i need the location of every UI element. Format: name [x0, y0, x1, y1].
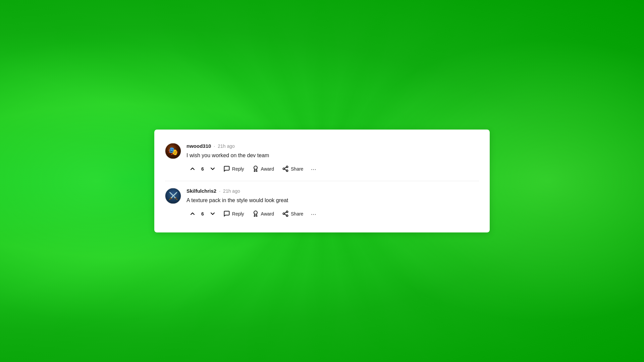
upvote-icon	[189, 210, 196, 217]
comment-text: I wish you worked on the dev team	[186, 152, 479, 160]
comment-body: Skilfulchris2 · 21h ago A texture pack i…	[186, 188, 479, 219]
reply-button[interactable]: Reply	[220, 208, 248, 219]
comments-card: nwood310 · 21h ago I wish you worked on …	[154, 130, 490, 233]
comment-actions: 6 Reply	[186, 164, 479, 174]
comment-body: nwood310 · 21h ago I wish you worked on …	[186, 143, 479, 174]
downvote-button[interactable]	[207, 208, 219, 219]
upvote-button[interactable]	[186, 164, 199, 174]
share-button[interactable]: Share	[279, 208, 307, 219]
comment-item: nwood310 · 21h ago I wish you worked on …	[165, 139, 479, 178]
more-label: ···	[311, 210, 316, 217]
award-button[interactable]: Award	[249, 164, 277, 174]
svg-line-4	[284, 169, 286, 170]
share-icon	[282, 166, 289, 172]
comment-header: Skilfulchris2 · 21h ago	[186, 188, 479, 194]
svg-line-11	[284, 212, 286, 213]
reply-icon	[223, 210, 230, 217]
comment-header: nwood310 · 21h ago	[186, 143, 479, 149]
more-button[interactable]: ···	[308, 164, 319, 174]
username[interactable]: Skilfulchris2	[186, 188, 216, 194]
award-icon	[252, 210, 259, 217]
share-button[interactable]: Share	[279, 164, 307, 174]
downvote-button[interactable]	[207, 164, 219, 174]
avatar	[165, 143, 181, 159]
downvote-icon	[209, 166, 216, 172]
share-label: Share	[291, 166, 303, 172]
svg-line-10	[284, 214, 286, 215]
more-button[interactable]: ···	[308, 208, 319, 219]
username[interactable]: nwood310	[186, 143, 211, 149]
timestamp: 21h ago	[218, 143, 235, 148]
award-label: Award	[261, 211, 274, 217]
more-label: ···	[311, 166, 316, 172]
reply-label: Reply	[232, 166, 244, 172]
separator: ·	[214, 143, 215, 148]
avatar	[165, 188, 181, 204]
award-label: Award	[261, 166, 274, 172]
comment-actions: 6 Reply	[186, 208, 479, 219]
timestamp: 21h ago	[223, 188, 240, 193]
separator: ·	[219, 188, 220, 193]
vote-count: 6	[200, 211, 205, 217]
upvote-icon	[189, 166, 196, 172]
downvote-icon	[209, 210, 216, 217]
comment-text: A texture pack in the style would look g…	[186, 196, 479, 204]
award-button[interactable]: Award	[249, 208, 277, 219]
share-icon	[282, 210, 289, 217]
divider	[165, 181, 479, 181]
reply-label: Reply	[232, 211, 244, 217]
reply-icon	[223, 166, 230, 172]
reply-button[interactable]: Reply	[220, 164, 248, 174]
comment-item: Skilfulchris2 · 21h ago A texture pack i…	[165, 184, 479, 223]
award-icon	[252, 166, 259, 172]
vote-count: 6	[200, 166, 205, 172]
svg-line-5	[284, 167, 286, 168]
share-label: Share	[291, 211, 303, 217]
upvote-button[interactable]	[186, 208, 199, 219]
